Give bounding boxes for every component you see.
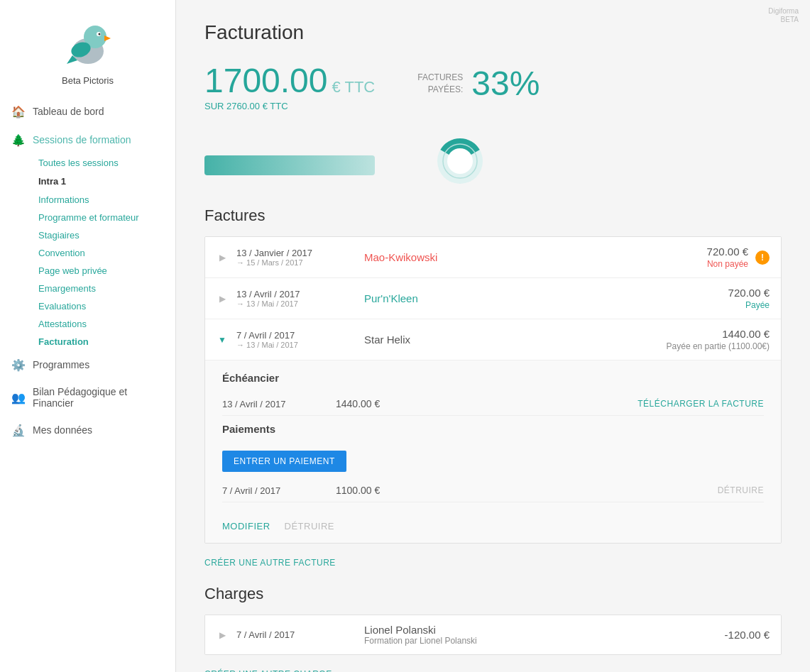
paiements-title: Paiements	[222, 423, 764, 435]
invoice-amount-1: 720.00 € Non payée	[707, 246, 748, 269]
invoice-row-2-header[interactable]: ▶ 13 / Avril / 2017 → 13 / Mai / 2017 Pu…	[205, 278, 781, 319]
detruire-button[interactable]: DÉTRUIRE	[285, 521, 334, 531]
total-amount-block: 1700.00€ TTC SUR 2760.00 € TTC	[204, 64, 375, 111]
charge-sub-1: Formation par Lionel Polanski	[364, 636, 725, 646]
charge-date-1: 7 / Avril / 2017	[236, 629, 350, 640]
sessions-icon: 🌲	[11, 133, 26, 147]
sidebar-item-label-programmes: Programmes	[33, 359, 89, 370]
subnav-evaluations[interactable]: Evaluations	[33, 297, 175, 315]
bilan-icon: 👥	[11, 390, 26, 404]
charge-row-1-header[interactable]: ▶ 7 / Avril / 2017 Lionel Polanski Forma…	[205, 615, 781, 654]
svg-point-5	[98, 33, 100, 35]
amount-1: 720.00 €	[707, 246, 748, 258]
sessions-subnav: Toutes les sessions Intra 1 Informations…	[0, 154, 175, 351]
echeancier-title: Échéancier	[222, 372, 764, 384]
date-from-3: 7 / Avril / 2017	[236, 330, 350, 341]
invoice-table: ▶ 13 / Janvier / 2017 → 15 / Mars / 2017…	[204, 236, 782, 544]
charge-amount-1: -120.00 €	[725, 629, 770, 641]
charges-title: Charges	[204, 585, 782, 603]
invoice-name-1: Mao-Kwikowski	[350, 251, 707, 263]
percent-label-line1: FACTURES	[417, 72, 463, 82]
modifier-button[interactable]: MODIFIER	[222, 521, 270, 531]
subnav-programme[interactable]: Programme et formateur	[33, 209, 175, 226]
subnav-stagiaires[interactable]: Stagiaires	[33, 226, 175, 244]
svg-point-11	[447, 148, 473, 174]
app-logo	[60, 14, 116, 71]
create-facture-link[interactable]: CRÉER UNE AUTRE FACTURE	[204, 558, 336, 568]
payment-row-1: 7 / Avril / 2017 1100.00 € DÉTRUIRE	[222, 479, 764, 502]
charges-table: ▶ 7 / Avril / 2017 Lionel Polanski Forma…	[204, 615, 782, 655]
sidebar: Beta Pictoris 🏠 Tableau de bord 🌲 Sessio…	[0, 0, 176, 672]
charge-name-1: Lionel Polanski	[364, 624, 725, 636]
charge-toggle-1: ▶	[217, 629, 228, 641]
tableau-icon: 🏠	[11, 104, 26, 119]
date-to-val-1: 15 / Mars / 2017	[246, 258, 303, 267]
subnav-current-session: Intra 1	[33, 172, 175, 191]
stats-row: 1700.00€ TTC SUR 2760.00 € TTC FACTURES …	[204, 64, 782, 111]
subnav-emargements[interactable]: Emargements	[33, 280, 175, 297]
invoice-amount-3: 1440.00 € Payée en partie (1100.00€)	[667, 328, 770, 351]
amount-display: 1700.00€ TTC	[204, 64, 375, 98]
brand-tag: BETA	[768, 16, 799, 24]
status-1: Non payée	[707, 259, 748, 269]
invoice-row-1: ▶ 13 / Janvier / 2017 → 15 / Mars / 2017…	[205, 237, 781, 278]
toggle-icon-3: ▼	[217, 334, 228, 346]
alert-icon-1: !	[755, 250, 770, 265]
subnav-toutes-sessions[interactable]: Toutes les sessions	[33, 154, 175, 172]
paiements-section: Paiements ENTRER UN PAIEMENT 7 / Avril /…	[222, 423, 764, 502]
donnees-icon: 🔬	[11, 423, 26, 437]
charge-name-block-1: Lionel Polanski Formation par Lionel Pol…	[350, 624, 725, 646]
subnav-page-web[interactable]: Page web privée	[33, 262, 175, 280]
telecharger-facture-btn[interactable]: TÉLÉCHARGER LA FACTURE	[637, 399, 764, 409]
create-charge-link[interactable]: CRÉER UNE AUTRE CHARGE	[204, 669, 332, 672]
subnav-convention[interactable]: Convention	[33, 244, 175, 262]
toggle-icon-2: ▶	[217, 293, 228, 304]
invoice-row-1-header[interactable]: ▶ 13 / Janvier / 2017 → 15 / Mars / 2017…	[205, 237, 781, 277]
sidebar-item-label-sessions: Sessions de formation	[33, 134, 131, 145]
sidebar-item-donnees[interactable]: 🔬 Mes données	[0, 416, 175, 444]
subnav-facturation[interactable]: Facturation	[33, 333, 175, 351]
status-2: Payée	[745, 300, 770, 310]
sidebar-item-label-tableau: Tableau de bord	[33, 106, 104, 117]
ech-amount-1: 1440.00 €	[336, 398, 637, 409]
row-dates-3: 7 / Avril / 2017 → 13 / Mai / 2017	[236, 330, 350, 349]
amount-3: 1440.00 €	[667, 328, 770, 340]
ech-date-1: 13 / Avril / 2017	[222, 399, 336, 409]
charge-dates-1: 7 / Avril / 2017	[236, 629, 350, 640]
sidebar-item-tableau[interactable]: 🏠 Tableau de bord	[0, 97, 175, 126]
svg-marker-3	[104, 35, 111, 41]
pay-amount-1: 1100.00 €	[336, 485, 718, 496]
amount-2: 720.00 €	[728, 287, 770, 299]
invoice-actions-3: MODIFIER DÉTRUIRE	[205, 514, 781, 543]
pie-chart	[432, 133, 488, 189]
invoice-expanded-3: Échéancier 13 / Avril / 2017 1440.00 € T…	[205, 360, 781, 514]
sidebar-item-sessions[interactable]: 🌲 Sessions de formation	[0, 126, 175, 154]
percent-label: FACTURES PAYÉES:	[417, 72, 463, 96]
sidebar-item-programmes[interactable]: ⚙️ Programmes	[0, 351, 175, 379]
amount-subtitle: SUR 2760.00 € TTC	[204, 101, 375, 111]
main-content: Digiforma BETA Facturation 1700.00€ TTC …	[176, 0, 810, 672]
date-to-3: → 13 / Mai / 2017	[236, 341, 350, 349]
subnav-informations[interactable]: Informations	[33, 191, 175, 209]
main-nav: 🏠 Tableau de bord 🌲 Sessions de formatio…	[0, 97, 175, 444]
invoice-name-3: Star Helix	[350, 334, 667, 346]
date-from-1: 13 / Janvier / 2017	[236, 248, 350, 258]
amount-value: 1700.00	[204, 62, 328, 99]
invoice-row-3-header[interactable]: ▼ 7 / Avril / 2017 → 13 / Mai / 2017 Sta…	[205, 319, 781, 360]
sidebar-item-bilan[interactable]: 👥 Bilan Pédagogique et Financier	[0, 379, 175, 416]
date-to-val-2: 13 / Mai / 2017	[246, 299, 298, 308]
page-title: Facturation	[204, 21, 782, 44]
subnav-attestations[interactable]: Attestations	[33, 315, 175, 333]
programmes-icon: ⚙️	[11, 358, 26, 372]
invoice-amount-2: 720.00 € Payée	[728, 287, 770, 310]
charges-section: Charges ▶ 7 / Avril / 2017 Lionel Polans…	[204, 585, 782, 672]
invoice-name-2: Pur'n'Kleen	[350, 292, 728, 304]
bar-chart	[204, 141, 389, 184]
destroy-payment-btn[interactable]: DÉTRUIRE	[718, 485, 764, 495]
percent-value: 33%	[471, 64, 540, 103]
amount-currency: € TTC	[332, 78, 376, 96]
enter-payment-button[interactable]: ENTRER UN PAIEMENT	[222, 451, 346, 472]
toggle-icon-1: ▶	[217, 252, 228, 263]
pay-date-1: 7 / Avril / 2017	[222, 485, 336, 496]
row-dates-1: 13 / Janvier / 2017 → 15 / Mars / 2017	[236, 248, 350, 267]
